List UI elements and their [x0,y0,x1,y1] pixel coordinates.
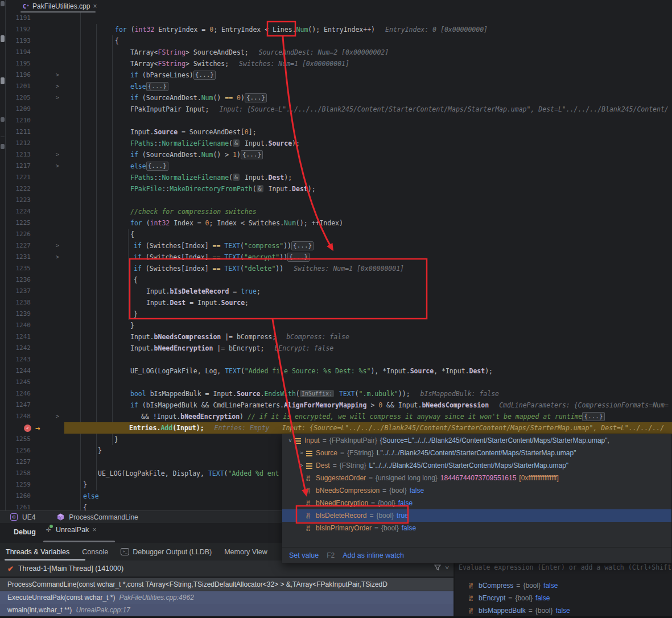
tab-pakfileutilities[interactable]: C⁺ PakFileUtilities.cpp × [20,0,99,13]
session-tab-close-icon[interactable]: × [92,526,96,533]
code-text[interactable]: Entries.Add(Input);Entries: EmptyInput: … [64,422,672,434]
line-number[interactable]: 1217 [8,160,31,172]
line-number[interactable]: 1248 [8,411,31,422]
code-text[interactable]: Input.bNeedsCompression |= bCompress;bCo… [64,331,672,343]
variable-row-Input[interactable]: vInput={FPakInputPair}{Source=L"../../..… [282,434,671,447]
set-value-link[interactable]: Set value [289,551,319,559]
line-number[interactable]: 1244 [8,365,31,377]
fold-chevron-icon[interactable]: > [56,411,59,422]
code-line[interactable]: 1246bool bIsMappedBulk = Input.Source.En… [6,388,672,399]
code-line[interactable]: 1196>if (bParseLines){...} [6,69,672,81]
breakpoint-icon[interactable]: ✓ [24,425,31,432]
line-number[interactable]: 1240 [8,320,31,331]
code-line[interactable]: 1212FPaths::NormalizeFilename(& Input.So… [6,138,672,149]
code-text[interactable]: if (bIsMappedBulk && CmdLineParameters.A… [64,399,672,411]
code-text[interactable]: //check for compression switches [64,206,672,217]
line-number[interactable]: 1258 [8,468,31,479]
variable-row-SuggestedOrder[interactable]: 1001SuggestedOrder={unsigned long long}1… [282,472,671,484]
code-text[interactable]: Input.Dest = Input.Source; [64,297,672,308]
variable-row-bIsDeleteRecord[interactable]: 1001bIsDeleteRecord={bool}true [282,509,671,522]
line-number[interactable]: 1224 [8,206,31,217]
line-number[interactable]: 1237 [8,286,31,297]
line-number[interactable]: 1195 [8,58,31,69]
subtab-console[interactable]: Console [82,548,108,556]
code-text[interactable]: if (Switches[Index] == TEXT("delete"))Sw… [64,263,672,274]
code-text[interactable]: for (int32 Index = 0; Index < Switches.N… [64,217,672,229]
line-number[interactable]: 1260 [8,491,31,502]
code-line[interactable]: 1227>if (Switches[Index] == TEXT("compre… [6,240,672,252]
code-text[interactable]: if (Switches[Index] == TEXT("compress"))… [64,240,672,252]
code-line[interactable]: 1231>if (Switches[Index] == TEXT("encryp… [6,252,672,263]
code-text[interactable]: else{...} [64,81,672,92]
filter-funnel-icon[interactable] [434,564,441,571]
code-line[interactable]: 1237Input.bIsDeleteRecord = true; [6,286,672,297]
tool-strip-icon[interactable] [1,144,5,149]
tool-strip-icon[interactable] [1,117,5,122]
code-line[interactable]: 1226{ [6,229,672,240]
code-text[interactable] [64,115,672,126]
line-number[interactable]: 1211 [8,126,31,138]
code-text[interactable]: Input.bNeedEncryption |= bEncrypt;bEncry… [64,343,672,354]
evaluate-expression-input[interactable]: Evaluate expression (Enter) or add a wat… [459,563,672,574]
code-text[interactable]: FPaths::NormalizeFilename(& Input.Dest); [64,172,672,183]
panel-divider[interactable] [454,561,455,618]
watch-row-bIsMappedBulk[interactable]: 1001bIsMappedBulk={bool}false [469,604,570,617]
code-text[interactable]: { [64,35,672,47]
code-line[interactable]: 1217>else{...} [6,160,672,172]
line-number[interactable]: 1191 [8,13,31,24]
code-line[interactable]: 1192for (int32 EntryIndex = 0; EntryInde… [6,24,672,35]
code-text[interactable] [64,13,672,24]
tab-close-icon[interactable]: × [93,3,97,10]
line-number[interactable]: 1205 [8,92,31,104]
code-text[interactable]: if (bParseLines){...} [64,69,672,81]
code-text[interactable]: FPaths::NormalizeFilename(& Input.Source… [64,138,672,149]
fold-chevron-icon[interactable]: > [56,160,59,172]
code-text[interactable] [64,377,672,388]
code-text[interactable]: FPakFile::MakeDirectoryFromPath(& Input.… [64,183,672,195]
line-number[interactable]: 1226 [8,229,31,240]
line-number[interactable]: 1223 [8,195,31,206]
code-text[interactable]: for (int32 EntryIndex = 0; EntryIndex < … [64,24,672,35]
code-line[interactable]: 1242Input.bNeedEncryption |= bEncrypt;bE… [6,343,672,354]
folded-code-chip[interactable]: {...} [245,93,267,102]
stack-frame-row[interactable]: ProcessCommandLine(const wchar_t *,const… [0,578,454,591]
line-number[interactable]: 1235 [8,263,31,274]
code-text[interactable]: { [64,274,672,286]
breadcrumb-method[interactable]: ProcessCommandLine [69,513,138,521]
code-line[interactable]: 1248>&& !Input.bNeedEncryption) // if it… [6,411,672,422]
code-line[interactable]: 1205>if (SourceAndDest.Num() == 0){...} [6,92,672,104]
code-line[interactable]: 1222FPakFile::MakeDirectoryFromPath(& In… [6,183,672,195]
line-number[interactable]: 1201 [8,81,31,92]
code-text[interactable]: if (SourceAndDest.Num() == 0){...} [64,92,672,104]
subtab-debugger-output-lldb-[interactable]: >_Debugger Output (LLDB) [121,548,212,556]
line-number[interactable]: 1242 [8,343,31,354]
code-text[interactable]: Input.bIsDeleteRecord = true; [64,286,672,297]
line-number[interactable]: 1193 [8,35,31,47]
line-number[interactable]: 1210 [8,115,31,126]
subtab-threads-variables[interactable]: Threads & Variables [6,548,69,556]
code-line[interactable]: 1235if (Switches[Index] == TEXT("delete"… [6,263,672,274]
watch-row-bCompress[interactable]: 1001bCompress={bool}false [469,579,558,592]
line-number[interactable]: 1243 [8,354,31,365]
line-number[interactable]: 1222 [8,183,31,195]
line-number[interactable]: 1257 [8,456,31,468]
line-number[interactable]: 1256 [8,445,31,456]
code-text[interactable]: if (SourceAndDest.Num() > 1){...} [64,149,672,160]
code-line[interactable]: 1223 [6,195,672,206]
code-line[interactable]: 1213>if (SourceAndDest.Num() > 1){...} [6,149,672,160]
code-line[interactable]: 1224//check for compression switches [6,206,672,217]
code-line[interactable]: 1225for (int32 Index = 0; Index < Switch… [6,217,672,229]
code-text[interactable]: Input.Source = SourceAndDest[0]; [64,126,672,138]
line-number[interactable]: 1213 [8,149,31,160]
line-number[interactable]: 1238 [8,297,31,308]
code-line[interactable]: 1243 [6,354,672,365]
fold-chevron-icon[interactable]: > [56,149,59,160]
code-line[interactable]: 1221FPaths::NormalizeFilename(& Input.De… [6,172,672,183]
code-text[interactable] [64,354,672,365]
code-line[interactable]: 1244UE_LOG(LogPakFile, Log, TEXT("Added … [6,365,672,377]
line-number[interactable]: 1261 [8,502,31,510]
chevron-down-icon[interactable]: > [444,566,451,569]
line-number[interactable]: 1196 [8,69,31,81]
code-line[interactable]: 1245 [6,377,672,388]
line-number[interactable]: 1241 [8,331,31,343]
